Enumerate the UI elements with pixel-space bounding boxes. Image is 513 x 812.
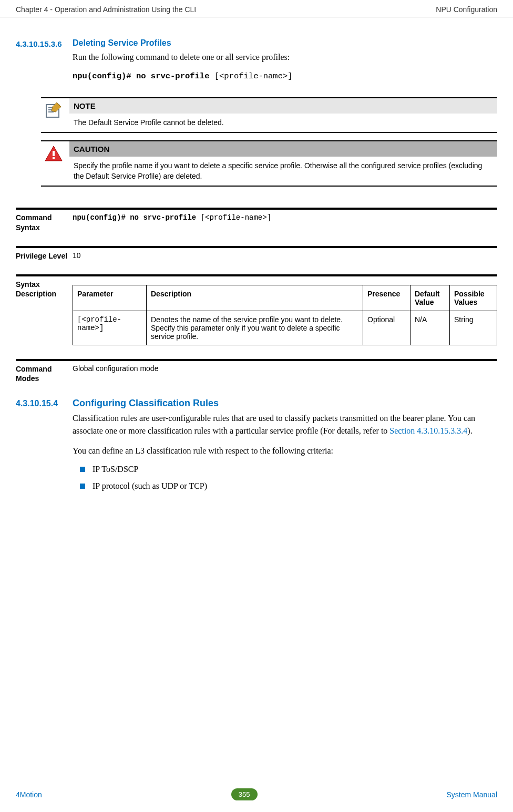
cmd-bold: npu(config)# no srvc-profile: [73, 71, 214, 81]
header-right: NPU Configuration: [436, 5, 497, 14]
table-row: [<profile-name>] Denotes the name of the…: [73, 311, 497, 345]
section-number: 4.3.10.15.4: [16, 398, 73, 409]
command-modes-label: Command Modes: [16, 364, 73, 383]
svg-rect-1: [53, 151, 55, 156]
command-modes-block: Command Modes Global configuration mode: [16, 359, 497, 383]
note-text: The Default Service Profile cannot be de…: [69, 114, 497, 132]
list-item: IP ToS/DSCP: [80, 465, 497, 474]
note-icon: [41, 98, 69, 120]
intro-text: Run the following command to delete one …: [73, 51, 497, 64]
command-syntax-value: npu(config)# no srvc-profile [<profile-n…: [73, 213, 497, 223]
td-possible-values: String: [450, 311, 497, 345]
body-paragraph: You can define an L3 classification rule…: [73, 445, 497, 457]
footer-right: System Manual: [447, 790, 497, 799]
syntax-description-label: Syntax Description: [16, 280, 73, 299]
section-title: Configuring Classification Rules: [73, 398, 497, 409]
syntax-description-block: Syntax Description Parameter Description…: [16, 274, 497, 345]
caution-text: Specify the profile name if you want to …: [69, 157, 497, 186]
section-title: Deleting Service Profiles: [73, 38, 497, 48]
privilege-level-value: 10: [73, 251, 497, 260]
bullet-text: IP protocol (such as UDP or TCP): [93, 481, 207, 491]
th-presence: Presence: [363, 285, 411, 311]
cmd-arg: [<profile-name>]: [214, 71, 293, 81]
para-text: ).: [467, 426, 472, 435]
header-left: Chapter 4 - Operation and Administration…: [16, 5, 196, 14]
footer-left: 4Motion: [16, 790, 42, 799]
td-presence: Optional: [363, 311, 411, 345]
bullet-icon: [80, 484, 85, 489]
cmd-arg: [<profile-name>]: [201, 213, 271, 222]
td-parameter: [<profile-name>]: [73, 311, 147, 345]
command-modes-value: Global configuration mode: [73, 364, 497, 373]
td-default-value: N/A: [411, 311, 450, 345]
note-callout: NOTE The Default Service Profile cannot …: [41, 97, 497, 133]
example-command: npu(config)# no srvc-profile [<profile-n…: [73, 71, 497, 83]
page-number-badge: 355: [231, 788, 258, 800]
list-item: IP protocol (such as UDP or TCP): [80, 481, 497, 491]
body-paragraph: Classification rules are user-configurab…: [73, 412, 497, 437]
caution-icon: [41, 141, 69, 163]
section-link[interactable]: Section 4.3.10.15.3.3.4: [389, 426, 467, 435]
td-description: Denotes the name of the service profile …: [147, 311, 363, 345]
svg-rect-2: [53, 157, 55, 159]
table-header-row: Parameter Description Presence Default V…: [73, 285, 497, 311]
caution-callout: CAUTION Specify the profile name if you …: [41, 140, 497, 187]
caution-title: CAUTION: [69, 141, 497, 157]
th-possible-values: Possible Values: [450, 285, 497, 311]
cmd-bold: npu(config)# no srvc-profile: [73, 213, 201, 222]
page-header: Chapter 4 - Operation and Administration…: [0, 0, 513, 17]
command-syntax-block: Command Syntax npu(config)# no srvc-prof…: [16, 208, 497, 232]
privilege-level-block: Privilege Level 10: [16, 246, 497, 261]
th-description: Description: [147, 285, 363, 311]
th-default-value: Default Value: [411, 285, 450, 311]
section-number: 4.3.10.15.3.6: [16, 38, 73, 49]
page-footer: 4Motion 355 System Manual: [0, 788, 513, 800]
note-title: NOTE: [69, 98, 497, 114]
page-content: 4.3.10.15.3.6 Deleting Service Profiles …: [0, 17, 513, 498]
bullet-text: IP ToS/DSCP: [93, 465, 138, 474]
bullet-icon: [80, 467, 85, 472]
th-parameter: Parameter: [73, 285, 147, 311]
syntax-table: Parameter Description Presence Default V…: [73, 285, 497, 345]
privilege-level-label: Privilege Level: [16, 251, 73, 261]
command-syntax-label: Command Syntax: [16, 213, 73, 232]
